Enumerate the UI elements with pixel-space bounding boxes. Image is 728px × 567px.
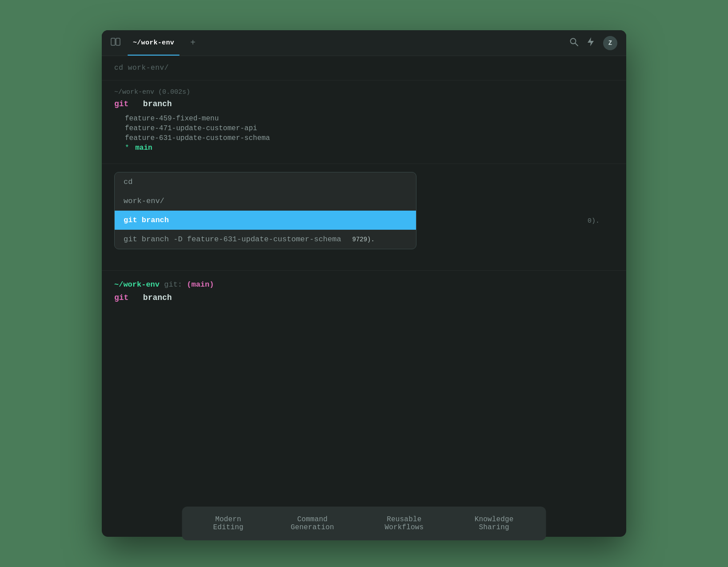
active-branch-star: * (125, 144, 129, 152)
cmd-cd: cd work-env/ (114, 64, 614, 72)
tab-title: ~/work-env (133, 39, 174, 47)
dropdown-item-gitbranch-d-text: git branch -D feature-631-update-custome… (124, 235, 341, 244)
terminal-block-3: cd work-env/ git branch git branch -D fe… (102, 164, 626, 271)
current-prompt-line: ~/work-env git: (main) (114, 280, 614, 289)
dropdown-item-workenv-text: work-env/ (124, 197, 164, 205)
svg-line-3 (575, 43, 578, 46)
cmd-arg-branch: branch (143, 100, 172, 108)
tab-underline (128, 55, 180, 56)
cmd-keyword-git: git (114, 100, 128, 108)
search-icon[interactable] (569, 37, 578, 48)
dropdown-item-cd[interactable]: cd (115, 172, 416, 192)
prompt-path: ~/work-env (114, 280, 160, 289)
dropdown-item-workenv[interactable]: work-env/ (115, 192, 416, 211)
dropdown-item-suffix: 9729). (345, 236, 375, 243)
terminal-content: cd work-env/ ~/work-env (0.002s) git bra… (102, 56, 626, 537)
dropdown-item-gitbranch-d[interactable]: git branch -D feature-631-update-custome… (115, 230, 416, 249)
svg-rect-0 (111, 38, 115, 45)
titlebar-right: Z (569, 36, 617, 50)
tab-plus-button[interactable]: + (190, 38, 196, 48)
right-suffix-context: 0). (588, 217, 600, 225)
dropdown-suffix-1 (173, 217, 343, 224)
tab-modern-editing[interactable]: Modern Editing (191, 511, 266, 536)
branch-list: feature-459-fixed-menu feature-471-updat… (114, 115, 614, 152)
prompt-git-label: git: (164, 280, 182, 289)
current-cmd-keyword: git (114, 293, 128, 302)
terminal-block-1: cd work-env/ (102, 56, 626, 80)
bottom-tab-bar: Modern Editing Command Generation Reusab… (182, 507, 546, 540)
titlebar: ~/work-env + Z (102, 30, 626, 56)
git-branch-cmd: git branch (114, 100, 614, 108)
tab-active[interactable]: ~/work-env (128, 36, 180, 49)
split-icon[interactable] (111, 38, 120, 48)
bolt-icon[interactable] (587, 37, 594, 49)
prompt-branch-name: (main) (187, 280, 214, 289)
svg-rect-1 (116, 38, 120, 45)
terminal-block-2: ~/work-env (0.002s) git branch feature-4… (102, 80, 626, 164)
prompt-line-1: ~/work-env (0.002s) (114, 88, 614, 96)
current-cmd-arg: branch (143, 293, 172, 302)
terminal-window: ~/work-env + Z cd work-env/ (102, 30, 626, 537)
dropdown-item-gitbranch[interactable]: git branch (115, 211, 416, 230)
current-cmd-line: git branch (114, 293, 614, 302)
dropdown-item-gitbranch-text: git branch (124, 216, 169, 224)
autocomplete-dropdown: cd work-env/ git branch git branch -D fe… (114, 172, 416, 249)
active-branch-name: main (135, 144, 152, 152)
branch-item-1: feature-459-fixed-menu (125, 115, 614, 123)
branch-item-2: feature-471-update-customer-api (125, 124, 614, 132)
titlebar-left: ~/work-env + (111, 36, 196, 49)
branch-item-3: feature-631-update-customer-schema (125, 134, 614, 142)
branch-item-active: * main (125, 144, 614, 152)
avatar[interactable]: Z (603, 36, 617, 50)
tab-command-generation[interactable]: Command Generation (268, 511, 357, 536)
dropdown-item-cd-text: cd (124, 178, 132, 186)
terminal-block-4: ~/work-env git: (main) git branch (102, 271, 626, 537)
tab-reusable-workflows[interactable]: Reusable Workflows (359, 511, 449, 536)
tab-knowledge-sharing[interactable]: Knowledge Sharing (451, 511, 537, 536)
